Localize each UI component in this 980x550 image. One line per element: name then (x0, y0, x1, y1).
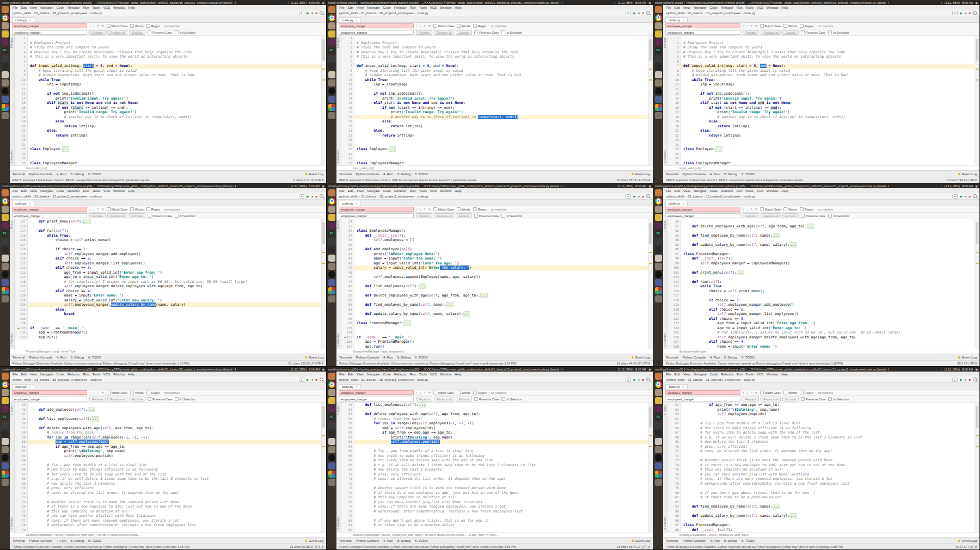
stop-button[interactable]: ■ (642, 11, 644, 15)
menu-item-code[interactable]: Code (383, 189, 391, 193)
chrome-icon[interactable] (328, 197, 335, 205)
tool-window-python-console[interactable]: Python Console (29, 539, 52, 542)
menu-item-run[interactable]: Run (737, 373, 743, 376)
debug-button[interactable]: ● (311, 11, 314, 15)
project-tool-button[interactable]: 1: Project (10, 221, 13, 232)
palette-icon[interactable] (2, 471, 9, 478)
checkbox-words[interactable]: Words (457, 24, 470, 28)
debug-button[interactable]: ● (965, 195, 967, 198)
run-config-select[interactable]: ▾ (952, 378, 958, 382)
menu-item-run[interactable]: Run (83, 6, 89, 9)
notes-icon[interactable] (655, 30, 662, 38)
editor-scrollbar[interactable] (321, 219, 326, 349)
notes-icon[interactable] (655, 214, 662, 221)
menu-item-navigate[interactable]: Navigate (367, 6, 380, 9)
exclude-button[interactable]: Exclude (782, 30, 799, 35)
exclude-button[interactable]: Exclude (129, 397, 145, 401)
prev-occurrence-icon[interactable]: ↑ (89, 24, 91, 28)
text-editor-icon[interactable] (655, 71, 662, 78)
palette-icon[interactable] (2, 287, 9, 294)
pycharm-icon[interactable]: PC (328, 47, 335, 54)
checkbox-preserve-case[interactable]: Preserve Case (801, 30, 825, 34)
breadcrumb-item[interactable]: code.py (744, 11, 755, 15)
terminal-icon[interactable] (655, 55, 662, 62)
terminal-icon[interactable] (2, 55, 9, 62)
trash-icon[interactable] (655, 112, 662, 119)
tool-window-6-todo[interactable]: 6: TODO (742, 539, 755, 542)
replace-input[interactable]: employees_manger (665, 213, 740, 218)
breadcrumb-item[interactable]: 01_basics (361, 378, 376, 381)
menu-item-help[interactable]: Help (128, 373, 134, 376)
menu-item-edit[interactable]: Edit (21, 189, 27, 193)
checkbox-regex[interactable]: Regex (473, 24, 487, 28)
tool-window-python-console[interactable]: Python Console (356, 172, 379, 176)
gimp-icon[interactable] (655, 446, 662, 453)
tool-window-6-todo[interactable]: 6: TODO (415, 539, 428, 542)
ubuntu-software-icon[interactable] (655, 405, 662, 412)
project-tool-button[interactable]: 1: Project (10, 38, 13, 48)
find-history-icon[interactable]: T (750, 24, 752, 28)
run-config-select[interactable]: ▾ (626, 11, 632, 15)
menu-item-vcs[interactable]: VCS (103, 189, 110, 193)
terminal2-icon[interactable] (655, 246, 662, 254)
next-occurrence-icon[interactable]: ↓ (93, 208, 95, 211)
debug-button[interactable]: ● (965, 378, 967, 381)
folded-region[interactable]: ... (463, 311, 471, 317)
menu-item-window[interactable]: Window (440, 373, 451, 376)
next-occurrence-icon[interactable]: ↓ (420, 391, 421, 394)
breadcrumb-item[interactable]: 01_basics (688, 195, 702, 198)
menu-item-edit[interactable]: Edit (675, 6, 680, 9)
replace-all-button[interactable]: Replace all (434, 30, 454, 35)
breadcrumb-item[interactable]: 01_basics (688, 378, 702, 381)
menu-item-navigate[interactable]: Navigate (694, 373, 707, 376)
files-icon[interactable] (2, 373, 9, 380)
filter-icon[interactable]: ▼ (428, 208, 431, 211)
replace-input[interactable]: employees_manger (12, 30, 87, 35)
breadcrumb-item[interactable]: code.py (90, 195, 102, 198)
checkbox-regex[interactable]: Regex (800, 207, 813, 211)
obs-icon[interactable] (328, 454, 335, 461)
search-input[interactable]: employee_manger (665, 390, 740, 395)
run-button[interactable]: ▶ (307, 194, 309, 198)
folded-region[interactable]: ... (737, 270, 744, 275)
exclude-button[interactable]: Exclude (456, 30, 472, 35)
pycharm-icon[interactable]: PC (655, 230, 662, 237)
checkbox-regex[interactable]: Regex (473, 391, 487, 394)
menu-item-code[interactable]: Code (383, 373, 391, 376)
stop-button[interactable]: ■ (969, 378, 971, 381)
menu-item-edit[interactable]: Edit (348, 373, 353, 376)
terminal2-icon[interactable] (2, 246, 9, 254)
folded-region[interactable]: ... (389, 146, 396, 152)
trash-icon[interactable] (328, 479, 335, 486)
tool-window-6-todo[interactable]: 6: TODO (742, 356, 755, 359)
tool-window-4-run[interactable]: 4: Run (57, 356, 66, 359)
trash-icon[interactable] (328, 112, 335, 119)
checkbox-in-selection[interactable]: In Selection (828, 214, 849, 218)
pycharm-icon[interactable]: PC (328, 413, 335, 421)
folded-region[interactable]: ... (480, 293, 488, 298)
checkbox-preserve-case[interactable]: Preserve Case (474, 397, 499, 401)
terminal-icon[interactable] (328, 422, 335, 429)
trash-icon[interactable] (655, 479, 662, 486)
files-icon[interactable] (655, 6, 662, 13)
file-manager-icon[interactable] (328, 206, 335, 213)
search-everywhere-icon[interactable] (320, 11, 323, 15)
gimp-icon[interactable] (328, 263, 335, 270)
file-manager-icon[interactable] (655, 22, 662, 29)
menu-item-file[interactable]: File (13, 6, 18, 9)
menu-item-navigate[interactable]: Navigate (694, 6, 707, 9)
prev-occurrence-icon[interactable]: ↑ (89, 391, 91, 394)
replace-button[interactable]: Replace (89, 397, 106, 401)
favorites-tool-button[interactable]: 2: Favorites (337, 517, 340, 530)
menu-item-tools[interactable]: Tools (419, 189, 427, 193)
stop-button[interactable]: ■ (969, 11, 971, 15)
code-editor[interactable]: 1: Project 2: Favorites 12# Employees Pr… (336, 36, 653, 165)
files-icon[interactable] (328, 189, 335, 196)
menu-item-navigate[interactable]: Navigate (367, 373, 380, 376)
breadcrumb-item[interactable]: 01_basics (361, 11, 376, 15)
file-manager-icon[interactable] (2, 22, 9, 29)
run-config-select[interactable]: ▾ (299, 11, 305, 15)
checkbox-match-case[interactable]: Match Case (433, 391, 454, 394)
favorites-tool-button[interactable]: 2: Favorites (664, 517, 666, 530)
ubuntu-software-icon[interactable] (655, 39, 662, 46)
